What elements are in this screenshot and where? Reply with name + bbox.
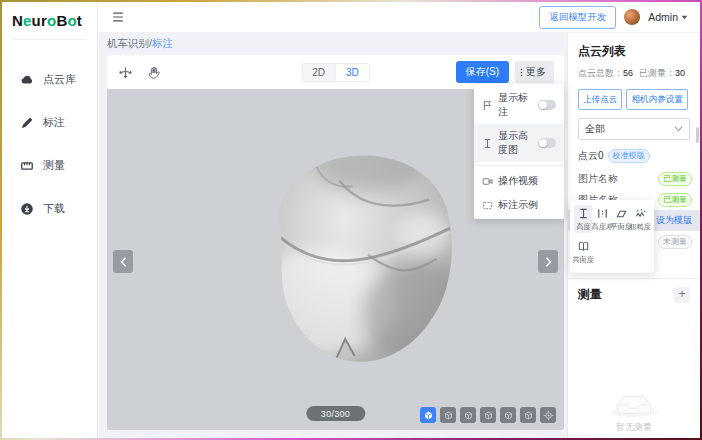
panel-title: 点云列表: [578, 43, 690, 60]
sidebar-item-label: 测量: [43, 158, 65, 173]
hand-pan-icon[interactable]: [147, 65, 161, 80]
cube-perspective-icon[interactable]: [420, 407, 436, 423]
roughness-tool-icon: [634, 207, 647, 220]
download-icon: [20, 202, 34, 216]
total-value: 56: [623, 68, 633, 78]
height-tool-icon: [577, 207, 590, 220]
status-badge: 已测量: [658, 172, 692, 186]
mode-3d-button[interactable]: 3D: [336, 64, 369, 81]
sidebar: NeuroBot 点云库 标注 测量 下载: [2, 2, 98, 438]
cube-back-icon[interactable]: [460, 407, 476, 423]
divider: [474, 165, 564, 166]
calibration-template-badge: 校准模版: [608, 149, 650, 163]
add-measurement-button[interactable]: +: [674, 287, 690, 303]
menu-item-show-annotations[interactable]: 显示标注: [474, 86, 564, 124]
user-menu[interactable]: Admin: [648, 11, 688, 23]
move-tool-icon[interactable]: [117, 65, 134, 80]
camera-intrinsics-button[interactable]: 相机内参设置: [626, 89, 688, 110]
view-orientation-toolbar: [420, 407, 556, 423]
user-name: Admin: [648, 11, 678, 23]
prev-image-button[interactable]: [113, 250, 133, 273]
height-diff-tool-icon: [596, 207, 609, 220]
coplanarity-tool-icon: [577, 240, 590, 253]
top-bar: 返回模型开发 Admin: [99, 2, 700, 33]
cube-right-icon[interactable]: [500, 407, 516, 423]
tool-height-difference[interactable]: 高度差: [593, 205, 611, 233]
total-label: 点云总数：: [578, 68, 623, 78]
group-name: 点云0: [578, 149, 604, 163]
chevron-left-icon: [120, 257, 127, 267]
empty-inbox-icon: [603, 379, 665, 418]
tooth-3d-model: [225, 131, 473, 373]
pen-icon: [20, 116, 34, 130]
menu-item-label: 标注示例: [498, 198, 538, 212]
flatness-tool-icon: [615, 207, 628, 220]
measure-section: 测量 + 暂无测量: [568, 278, 700, 438]
more-button[interactable]: 更多: [515, 61, 554, 83]
frame-icon: [482, 200, 493, 211]
main-area: 机车识别/标注 2D 3D 保存(S): [99, 33, 567, 438]
app-window: NeuroBot 点云库 标注 测量 下载 返: [2, 2, 700, 438]
screenshot-frame: NeuroBot 点云库 标注 测量 下载 返: [0, 0, 702, 440]
pagination-indicator: 30/300: [306, 406, 365, 421]
tool-roughness[interactable]: 粗糙度: [631, 205, 649, 233]
cube-front-icon[interactable]: [440, 407, 456, 423]
back-to-model-dev-button[interactable]: 返回模型开发: [539, 6, 616, 29]
target-reset-view-icon[interactable]: [540, 407, 556, 423]
pointcloud-panel: 点云列表 点云总数：56 已测量：30 上传点云 相机内参设置 全部 点云0 校…: [567, 33, 700, 438]
more-dropdown-menu: 显示标注 显示高度图 操作视频 标注示例: [474, 84, 564, 219]
status-badge: 已测量: [658, 193, 692, 207]
status-badge: 未测量: [658, 235, 692, 249]
cube-left-icon[interactable]: [480, 407, 496, 423]
list-item[interactable]: 图片名称 已测量: [568, 168, 700, 189]
dots-vertical-icon: [520, 67, 523, 78]
menu-item-show-heightmap[interactable]: 显示高度图: [474, 124, 564, 162]
more-button-label: 更多: [526, 65, 546, 79]
chevron-down-icon: [674, 126, 683, 132]
collapse-sidebar-icon[interactable]: [111, 10, 125, 24]
empty-state: 暂无测量: [568, 379, 700, 434]
show-annotations-toggle[interactable]: [538, 100, 556, 110]
video-icon: [482, 176, 493, 187]
sidebar-item-label: 点云库: [43, 72, 76, 87]
show-heightmap-toggle[interactable]: [538, 138, 556, 148]
sidebar-item-download[interactable]: 下载: [2, 187, 97, 230]
flag-icon: [482, 100, 493, 111]
tool-flatness[interactable]: 平面度: [612, 205, 630, 233]
view-mode-toggle: 2D 3D: [301, 63, 370, 82]
panel-stats: 点云总数：56 已测量：30: [578, 67, 690, 80]
menu-item-label: 显示标注: [498, 91, 533, 119]
pointcloud-group-row[interactable]: 点云0 校准模版: [578, 149, 690, 163]
height-icon: [482, 138, 493, 149]
caret-down-icon: [681, 15, 688, 20]
tool-coplanarity[interactable]: 共面度: [574, 238, 592, 266]
upload-pointcloud-button[interactable]: 上传点云: [578, 89, 622, 110]
menu-item-label: 操作视频: [498, 174, 538, 188]
cube-top-icon[interactable]: [520, 407, 536, 423]
next-image-button[interactable]: [538, 250, 558, 273]
measure-icon: [20, 159, 34, 173]
avatar[interactable]: [624, 9, 640, 25]
measure-title: 测量: [578, 286, 602, 303]
menu-item-annotation-example[interactable]: 标注示例: [474, 193, 564, 217]
breadcrumb-parent[interactable]: 机车识别: [107, 37, 149, 49]
sidebar-item-annotation[interactable]: 标注: [2, 101, 97, 144]
top-bar-actions: 返回模型开发 Admin: [539, 6, 688, 29]
set-as-template-link[interactable]: 设为模版: [656, 214, 692, 227]
filter-select-value: 全部: [585, 122, 605, 136]
sidebar-item-label: 标注: [43, 115, 65, 130]
chevron-right-icon: [545, 257, 552, 267]
list-scrollbar[interactable]: [696, 127, 699, 143]
sidebar-item-label: 下载: [43, 201, 65, 216]
save-button[interactable]: 保存(S): [456, 61, 509, 83]
mode-2d-button[interactable]: 2D: [302, 64, 336, 81]
sidebar-item-pointcloud-library[interactable]: 点云库: [2, 58, 97, 101]
sidebar-nav: 点云库 标注 测量 下载: [2, 58, 97, 230]
sidebar-item-measure[interactable]: 测量: [2, 144, 97, 187]
breadcrumb: 机车识别/标注: [99, 33, 567, 54]
filter-select[interactable]: 全部: [578, 118, 690, 140]
brand-logo: NeuroBot: [2, 2, 97, 29]
tool-height[interactable]: 高度: [574, 205, 592, 233]
menu-item-label: 显示高度图: [498, 129, 533, 157]
menu-item-tutorial-video[interactable]: 操作视频: [474, 169, 564, 193]
